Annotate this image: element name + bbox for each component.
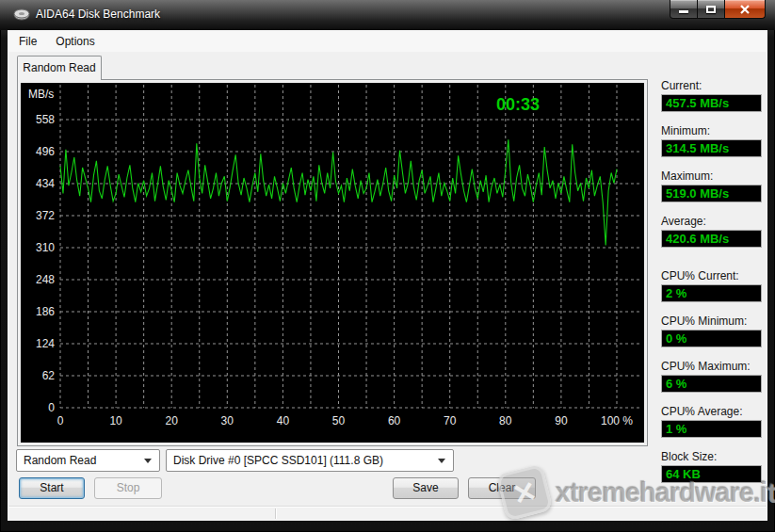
svg-text:60: 60 — [388, 414, 401, 427]
close-icon — [739, 5, 751, 14]
status-divider — [275, 508, 276, 519]
svg-text:434: 434 — [36, 177, 55, 190]
stat-average: Average: 420.6 MB/s — [661, 215, 768, 248]
svg-text:00:33: 00:33 — [496, 95, 540, 114]
maximize-icon — [706, 6, 716, 13]
menu-bar: File Options — [8, 31, 767, 53]
chart-background: 5584964343723102481861246200102030405060… — [21, 83, 644, 443]
window-controls — [670, 0, 766, 19]
svg-text:80: 80 — [499, 414, 512, 427]
svg-text:496: 496 — [36, 145, 55, 158]
menu-file[interactable]: File — [10, 32, 45, 51]
stop-button[interactable]: Stop — [94, 477, 162, 499]
chart-panel: 5584964343723102481861246200102030405060… — [17, 79, 648, 446]
svg-text:310: 310 — [36, 241, 55, 254]
chevron-down-icon — [438, 459, 445, 463]
stat-value: 0 % — [661, 330, 762, 347]
svg-text:40: 40 — [277, 414, 290, 427]
svg-text:70: 70 — [444, 414, 457, 427]
svg-text:10: 10 — [109, 414, 122, 427]
svg-text:MB/s: MB/s — [28, 88, 54, 101]
stat-current: Current: 457.5 MB/s — [661, 79, 768, 112]
svg-text:186: 186 — [36, 305, 55, 318]
svg-text:558: 558 — [36, 113, 55, 126]
svg-text:20: 20 — [166, 414, 179, 427]
start-button[interactable]: Start — [19, 477, 85, 499]
stat-cpu-current: CPU% Current: 2 % — [661, 269, 768, 302]
svg-text:30: 30 — [221, 414, 234, 427]
close-button[interactable] — [724, 0, 766, 19]
stat-label: CPU% Current: — [661, 269, 768, 283]
app-icon — [13, 8, 30, 22]
svg-text:62: 62 — [42, 369, 56, 382]
app-window: AIDA64 Disk Benchmark File Options Rando… — [0, 0, 775, 532]
stat-value: 1 % — [661, 420, 762, 438]
drive-select-value: Disk Drive #0 [SPCC SSD101] (111.8 GB) — [173, 454, 383, 467]
stat-block-size: Block Size: 64 KB — [661, 450, 768, 483]
benchmark-type-select[interactable]: Random Read — [16, 449, 160, 472]
stat-cpu-average: CPU% Average: 1 % — [661, 405, 768, 438]
stat-value: 519.0 MB/s — [661, 185, 762, 202]
svg-text:0: 0 — [48, 401, 55, 414]
stat-label: Minimum: — [661, 124, 768, 138]
stat-label: Maximum: — [661, 169, 768, 184]
stat-cpu-maximum: CPU% Maximum: 6 % — [661, 360, 768, 393]
svg-text:124: 124 — [36, 337, 55, 350]
minimize-icon — [679, 10, 688, 13]
svg-text:248: 248 — [36, 273, 55, 286]
titlebar[interactable]: AIDA64 Disk Benchmark — [0, 0, 775, 30]
benchmark-type-value: Random Read — [24, 454, 96, 467]
stat-label: Average: — [661, 215, 768, 229]
stat-value: 6 % — [661, 375, 762, 393]
stat-label: Block Size: — [661, 450, 768, 464]
stat-label: CPU% Maximum: — [661, 360, 768, 374]
window-title: AIDA64 Disk Benchmark — [36, 8, 160, 21]
client-area: File Options Random Read 558496434372310… — [8, 30, 767, 521]
stat-cpu-minimum: CPU% Minimum: 0 % — [661, 314, 768, 347]
stat-label: Current: — [661, 79, 768, 93]
stat-maximum: Maximum: 519.0 MB/s — [661, 169, 768, 202]
tab-random-read[interactable]: Random Read — [17, 56, 102, 80]
stat-label: CPU% Average: — [661, 405, 768, 419]
benchmark-chart: 5584964343723102481861246200102030405060… — [21, 83, 644, 443]
stat-label: CPU% Minimum: — [661, 314, 768, 329]
svg-text:50: 50 — [332, 414, 346, 427]
maximize-button[interactable] — [698, 0, 724, 19]
save-button[interactable]: Save — [393, 477, 459, 499]
status-bar — [8, 506, 767, 520]
stat-value: 457.5 MB/s — [661, 94, 762, 112]
clear-button[interactable]: Clear — [468, 477, 536, 499]
stat-value: 2 % — [661, 284, 762, 302]
menu-options[interactable]: Options — [47, 32, 103, 51]
stat-value: 420.6 MB/s — [661, 230, 762, 248]
svg-text:90: 90 — [555, 414, 568, 427]
drive-select[interactable]: Disk Drive #0 [SPCC SSD101] (111.8 GB) — [166, 449, 454, 472]
stat-minimum: Minimum: 314.5 MB/s — [661, 124, 768, 157]
svg-text:100 %: 100 % — [601, 414, 633, 427]
chevron-down-icon — [144, 459, 152, 463]
minimize-button[interactable] — [670, 0, 698, 19]
stat-value: 64 KB — [661, 465, 762, 483]
svg-text:372: 372 — [36, 209, 55, 222]
stat-value: 314.5 MB/s — [661, 139, 762, 157]
svg-text:0: 0 — [57, 414, 64, 427]
